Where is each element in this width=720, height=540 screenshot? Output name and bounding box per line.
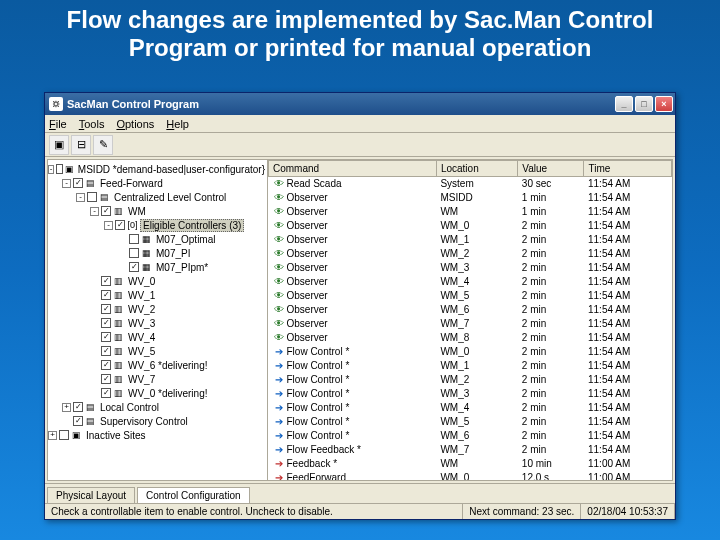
tree-item[interactable]: -✓▥WM [48, 204, 267, 218]
tree-item[interactable]: -✓▤Feed-Forward [48, 176, 267, 190]
toolbar-btn-1[interactable]: ▣ [49, 135, 69, 155]
tree-checkbox[interactable] [129, 248, 139, 258]
menu-options[interactable]: Options [116, 118, 154, 130]
tree-checkbox[interactable]: ✓ [73, 402, 83, 412]
toolbar-btn-2[interactable]: ⊟ [71, 135, 91, 155]
tree-checkbox[interactable] [87, 192, 97, 202]
tree-checkbox[interactable]: ✓ [101, 360, 111, 370]
expand-icon[interactable]: + [62, 403, 71, 412]
tree-item[interactable]: +▣Inactive Sites [48, 428, 267, 442]
tree-item[interactable]: ✓▥WV_0 [48, 274, 267, 288]
col-command[interactable]: Command [269, 161, 437, 177]
tree-item[interactable]: ✓▥WV_6 *delivering! [48, 358, 267, 372]
close-button[interactable]: × [655, 96, 673, 112]
tree-checkbox[interactable]: ✓ [101, 304, 111, 314]
expand-icon[interactable]: - [76, 193, 85, 202]
tree-item[interactable]: ✓▥WV_5 [48, 344, 267, 358]
table-row[interactable]: 👁ObserverWM_42 min11:54 AM [269, 275, 672, 289]
tree-checkbox[interactable]: ✓ [115, 220, 125, 230]
tree-checkbox[interactable]: ✓ [73, 416, 83, 426]
tree-item[interactable]: ✓▤Supervisory Control [48, 414, 267, 428]
tree-checkbox[interactable]: ✓ [101, 374, 111, 384]
tree-node-icon: ▤ [85, 178, 96, 189]
cell-time: 11:54 AM [584, 303, 672, 317]
table-row[interactable]: 👁Read ScadaSystem30 sec11:54 AM [269, 177, 672, 191]
table-row[interactable]: ➔Flow Control *WM_32 min11:54 AM [269, 387, 672, 401]
minimize-button[interactable]: _ [615, 96, 633, 112]
tree-checkbox[interactable]: ✓ [101, 332, 111, 342]
tree-checkbox[interactable]: ✓ [129, 262, 139, 272]
tree-item[interactable]: ✓▥WV_4 [48, 330, 267, 344]
cell-time: 11:54 AM [584, 191, 672, 205]
tree-checkbox[interactable] [56, 164, 63, 174]
tree-checkbox[interactable]: ✓ [101, 346, 111, 356]
cell-time: 11:54 AM [584, 429, 672, 443]
tree-panel[interactable]: -▣MSIDD *demand-based|user-configurator}… [48, 160, 268, 480]
menu-help[interactable]: Help [166, 118, 189, 130]
table-row[interactable]: ➔Flow Control *WM_52 min11:54 AM [269, 415, 672, 429]
tree-item[interactable]: -▤Centralized Level Control [48, 190, 267, 204]
expand-icon[interactable]: - [104, 221, 113, 230]
toolbar-btn-3[interactable]: ✎ [93, 135, 113, 155]
tree-item[interactable]: -✓[0]Eligible Controllers (3) [48, 218, 267, 232]
tree-checkbox[interactable]: ✓ [101, 318, 111, 328]
table-row[interactable]: 👁ObserverWM_32 min11:54 AM [269, 261, 672, 275]
tree-item[interactable]: ▦M07_PI [48, 246, 267, 260]
tree-item[interactable]: ✓▥WV_2 [48, 302, 267, 316]
table-row[interactable]: 👁ObserverWM_22 min11:54 AM [269, 247, 672, 261]
tree-item[interactable]: ✓▥WV_0 *delivering! [48, 386, 267, 400]
expand-icon[interactable]: - [62, 179, 71, 188]
table-row[interactable]: 👁ObserverWM_72 min11:54 AM [269, 317, 672, 331]
tree-label: M07_PI [154, 248, 192, 259]
tree-item[interactable]: ▦M07_Optimal [48, 232, 267, 246]
menu-file[interactable]: FFileile [49, 118, 67, 130]
table-row[interactable]: 👁ObserverWM_62 min11:54 AM [269, 303, 672, 317]
expand-icon[interactable]: - [90, 207, 99, 216]
table-row[interactable]: 👁ObserverWM_82 min11:54 AM [269, 331, 672, 345]
table-row[interactable]: 👁ObserverWM_12 min11:54 AM [269, 233, 672, 247]
table-row[interactable]: 👁ObserverMSIDD1 min11:54 AM [269, 191, 672, 205]
table-row[interactable]: 👁ObserverWM1 min11:54 AM [269, 205, 672, 219]
col-time[interactable]: Time [584, 161, 672, 177]
tree-item[interactable]: ✓▥WV_3 [48, 316, 267, 330]
table-panel[interactable]: Command Location Value Time 👁Read ScadaS… [268, 160, 672, 480]
tree-item[interactable]: -▣MSIDD *demand-based|user-configurator} [48, 162, 267, 176]
maximize-button[interactable]: □ [635, 96, 653, 112]
expand-icon[interactable]: + [48, 431, 57, 440]
table-row[interactable]: ➔Flow Control *WM_62 min11:54 AM [269, 429, 672, 443]
cell-location: WM_7 [436, 443, 517, 457]
tree-item[interactable]: ✓▥WV_1 [48, 288, 267, 302]
tree-item[interactable]: ✓▥WV_7 [48, 372, 267, 386]
table-row[interactable]: ➔Feedback *WM10 min11:00 AM [269, 457, 672, 471]
col-value[interactable]: Value [518, 161, 584, 177]
eye-icon: 👁 [273, 332, 285, 343]
titlebar[interactable]: ⛭ SacMan Control Program _ □ × [45, 93, 675, 115]
cell-value: 2 min [518, 415, 584, 429]
table-row[interactable]: ➔Flow Control *WM_02 min11:54 AM [269, 345, 672, 359]
col-location[interactable]: Location [436, 161, 517, 177]
tree-checkbox[interactable] [59, 430, 69, 440]
cell-location: MSIDD [436, 191, 517, 205]
table-row[interactable]: ➔Flow Control *WM_12 min11:54 AM [269, 359, 672, 373]
table-row[interactable]: ➔Flow Control *WM_22 min11:54 AM [269, 373, 672, 387]
arrow-icon: ➔ [273, 416, 285, 427]
table-row[interactable]: ➔FeedForwardWM_012.0 s11:00 AM [269, 471, 672, 481]
tab-physical-layout[interactable]: Physical Layout [47, 487, 135, 503]
menu-tools[interactable]: Tools [79, 118, 105, 130]
table-row[interactable]: ➔Flow Feedback *WM_72 min11:54 AM [269, 443, 672, 457]
table-row[interactable]: ➔Flow Control *WM_42 min11:54 AM [269, 401, 672, 415]
tree-checkbox[interactable]: ✓ [101, 290, 111, 300]
tree-checkbox[interactable]: ✓ [101, 388, 111, 398]
table-row[interactable]: 👁ObserverWM_52 min11:54 AM [269, 289, 672, 303]
tree-checkbox[interactable]: ✓ [101, 206, 111, 216]
table-row[interactable]: 👁ObserverWM_02 min11:54 AM [269, 219, 672, 233]
tree-item[interactable]: ✓▦M07_PIpm* [48, 260, 267, 274]
tab-control-configuration[interactable]: Control Configuration [137, 487, 250, 503]
cell-value: 2 min [518, 373, 584, 387]
eye-icon: 👁 [273, 178, 285, 189]
tree-checkbox[interactable]: ✓ [101, 276, 111, 286]
tree-checkbox[interactable]: ✓ [73, 178, 83, 188]
tree-item[interactable]: +✓▤Local Control [48, 400, 267, 414]
expand-icon[interactable]: - [48, 165, 54, 174]
tree-checkbox[interactable] [129, 234, 139, 244]
